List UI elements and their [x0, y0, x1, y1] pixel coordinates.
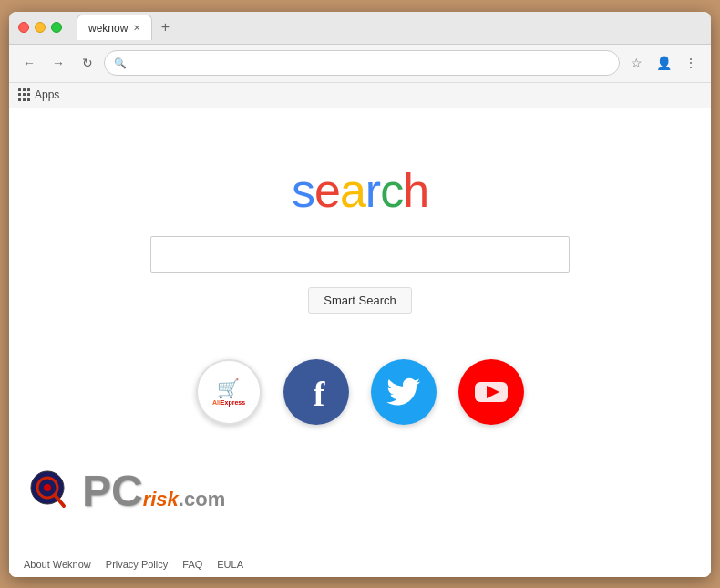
pcrisk-logo-icon [27, 468, 75, 515]
reload-button[interactable]: ↻ [75, 50, 100, 76]
tab-title: weknow [88, 22, 128, 35]
twitter-bird-icon [386, 374, 422, 410]
new-tab-button[interactable]: + [154, 16, 176, 38]
logo-letter-r: r [365, 164, 380, 217]
forward-button[interactable]: → [46, 50, 71, 76]
title-bar: weknow ✕ + [9, 12, 711, 45]
twitter-link[interactable] [371, 359, 437, 425]
tab-bar: weknow ✕ + [77, 15, 176, 40]
apps-label: Apps [35, 88, 59, 101]
pcrisk-text: PCrisk.com [82, 469, 225, 513]
youtube-link[interactable] [458, 359, 524, 425]
bookmarks-bar: Apps [9, 83, 711, 108]
menu-button[interactable]: ⋮ [678, 50, 704, 76]
facebook-icon: f [314, 377, 325, 411]
profile-button[interactable]: 👤 [651, 50, 676, 76]
pcrisk-pc: PC [82, 469, 143, 513]
nav-right-icons: ☆ 👤 ⋮ [623, 50, 704, 76]
nav-bar: ← → ↻ 🔍 ☆ 👤 ⋮ [9, 45, 711, 83]
search-input[interactable] [150, 236, 570, 273]
search-icon: 🔍 [114, 57, 127, 69]
maximize-button[interactable] [51, 22, 62, 33]
footer-link-about[interactable]: About Weknow [24, 559, 91, 570]
apps-icon[interactable] [18, 88, 31, 101]
search-logo: search [292, 163, 428, 218]
aliexpress-icon-content: 🛒 AliExpress [212, 377, 245, 406]
youtube-play-icon [471, 372, 511, 412]
aliexpress-cart-icon: 🛒 [212, 377, 245, 399]
back-button[interactable]: ← [16, 50, 42, 76]
facebook-link[interactable]: f [283, 359, 349, 425]
footer-link-faq[interactable]: FAQ [182, 559, 202, 570]
quick-links: 🛒 AliExpress f [196, 359, 524, 425]
smart-search-button[interactable]: Smart Search [308, 287, 411, 314]
bookmark-button[interactable]: ☆ [623, 50, 649, 76]
pcrisk-com: .com [179, 488, 225, 511]
logo-letter-e: e [314, 164, 340, 217]
search-box [150, 236, 570, 273]
logo-letter-s: s [292, 164, 314, 217]
svg-point-4 [44, 484, 51, 491]
aliexpress-label: AliExpress [212, 399, 245, 406]
tab-close-icon[interactable]: ✕ [133, 23, 140, 33]
aliexpress-link[interactable]: 🛒 AliExpress [196, 359, 262, 425]
footer: About Weknow Privacy Policy FAQ EULA [9, 552, 711, 577]
page-content: search Smart Search 🛒 AliExpress f [9, 108, 711, 552]
traffic-lights [18, 22, 62, 33]
logo-letter-h: h [403, 164, 428, 217]
minimize-button[interactable] [35, 22, 46, 33]
logo-letter-c: c [380, 164, 403, 217]
pcrisk-risk: risk [143, 488, 179, 511]
active-tab[interactable]: weknow ✕ [77, 15, 152, 40]
logo-letter-a: a [340, 164, 365, 217]
browser-window: weknow ✕ + ← → ↻ 🔍 ☆ 👤 ⋮ Apps [9, 12, 711, 577]
footer-link-privacy[interactable]: Privacy Policy [106, 559, 168, 570]
watermark: PCrisk.com [27, 468, 225, 515]
address-bar[interactable]: 🔍 [104, 50, 620, 76]
close-button[interactable] [18, 22, 29, 33]
address-input[interactable] [132, 57, 610, 70]
footer-link-eula[interactable]: EULA [217, 559, 243, 570]
